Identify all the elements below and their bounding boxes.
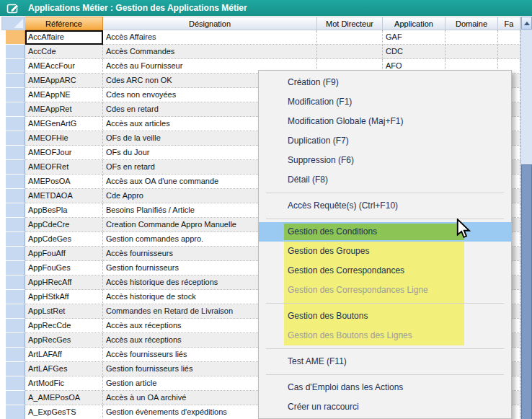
column-header-application[interactable]: Application	[383, 17, 445, 30]
cell-domaine[interactable]	[445, 45, 498, 59]
menu-item: Gestion des Correspondances Ligne	[259, 281, 511, 300]
menu-separator	[259, 190, 511, 196]
cell-reference[interactable]: AMEOFRet	[25, 160, 103, 175]
cell-reference[interactable]: AccCde	[25, 45, 103, 59]
cell-reference[interactable]: AMEOFJour	[25, 146, 103, 160]
cell-reference[interactable]: AppHRecAff	[25, 275, 103, 290]
cell-reference[interactable]: AMEOFHie	[25, 131, 103, 146]
menu-item[interactable]: Accès Requête(s) (Ctrl+F10)	[259, 196, 511, 216]
column-header-designation[interactable]: Désignation	[103, 17, 317, 30]
cell-reference[interactable]: AMEAccFour	[25, 59, 103, 74]
row-selector[interactable]	[6, 275, 25, 290]
window-titlebar: Applications Métier : Gestion des Applic…	[0, 0, 532, 16]
row-selector[interactable]	[6, 59, 25, 74]
menu-item[interactable]: Cas d'Emploi dans les Actions	[259, 378, 511, 397]
menu-separator	[259, 345, 511, 352]
menu-item[interactable]: Suppression (F6)	[259, 151, 511, 170]
cell-fa[interactable]	[498, 45, 520, 59]
row-selector[interactable]	[6, 146, 25, 160]
cell-reference[interactable]: AMEAppARC	[25, 74, 103, 88]
row-selector[interactable]	[6, 45, 25, 59]
row-selector[interactable]	[6, 362, 25, 376]
cell-reference[interactable]: AppFouGes	[25, 261, 103, 275]
row-selector[interactable]	[6, 333, 25, 348]
row-selector[interactable]	[6, 189, 25, 203]
cell-reference[interactable]: AppLstRet	[25, 304, 103, 319]
cell-reference[interactable]: AMEPosOA	[25, 175, 103, 189]
cell-reference[interactable]: A_ExpGesTS	[25, 405, 103, 419]
menu-item[interactable]: Modification (F1)	[259, 92, 511, 112]
row-selector[interactable]	[6, 376, 25, 391]
mouse-cursor-icon	[454, 219, 474, 243]
row-selector[interactable]	[6, 131, 25, 146]
menu-item[interactable]: Modification Globale (Maj+F1)	[259, 112, 511, 131]
menu-item: Gestion des Boutons des Lignes	[259, 326, 511, 345]
cell-reference[interactable]: ArtLAFAff	[25, 348, 103, 362]
menu-item[interactable]: Gestion des Boutons	[259, 306, 511, 326]
select-all-corner[interactable]	[1, 17, 25, 30]
cell-reference[interactable]: AMETDAOA	[25, 189, 103, 203]
menu-item[interactable]: Duplication (F7)	[259, 131, 511, 151]
menu-item[interactable]: Détail (F8)	[259, 170, 511, 190]
table-header-row: RéférenceDésignationMot DirecteurApplica…	[1, 17, 520, 30]
row-selector[interactable]	[6, 160, 25, 175]
menu-item[interactable]: Gestion des Groupes	[259, 242, 511, 261]
row-selector[interactable]	[6, 88, 25, 102]
row-selector[interactable]	[6, 290, 25, 304]
menu-item[interactable]: Créer un raccourci	[259, 397, 511, 417]
column-header-domaine[interactable]: Domaine	[445, 17, 498, 30]
cell-application[interactable]: CDC	[383, 45, 445, 59]
row-selector[interactable]	[6, 203, 25, 218]
cell-reference[interactable]: AMEAppNE	[25, 88, 103, 102]
cell-mot_directeur[interactable]	[317, 45, 383, 59]
row-selector[interactable]	[6, 348, 25, 362]
row-selector[interactable]	[6, 74, 25, 88]
cell-reference[interactable]: A_AMEPosOA	[25, 391, 103, 405]
row-selector[interactable]	[6, 247, 25, 261]
menu-item[interactable]: Test AME (F11)	[259, 352, 511, 371]
cell-designation[interactable]: Accès Commandes	[103, 45, 317, 59]
menu-item[interactable]: Création (F9)	[259, 73, 511, 92]
cell-reference[interactable]: AppRecGes	[25, 333, 103, 348]
cell-domaine[interactable]	[445, 30, 498, 45]
menu-item[interactable]: Gestion des Correspondances	[259, 261, 511, 281]
row-selector[interactable]	[6, 261, 25, 275]
row-selector[interactable]	[6, 391, 25, 405]
cell-reference[interactable]: AccAffaire	[25, 30, 103, 45]
column-header-mot_directeur[interactable]: Mot Directeur	[317, 17, 383, 30]
row-selector[interactable]	[6, 304, 25, 319]
cell-designation[interactable]: Accès Affaires	[103, 30, 317, 45]
edit-pencil-icon	[6, 3, 20, 14]
triangle-up-icon	[524, 22, 530, 25]
scrollbar-thumb[interactable]	[521, 164, 532, 419]
window-title: Applications Métier : Gestion des Applic…	[28, 3, 247, 13]
cell-reference[interactable]: AppRecCde	[25, 319, 103, 333]
cell-reference[interactable]: ArtLAFGes	[25, 362, 103, 376]
row-selector[interactable]	[6, 175, 25, 189]
vertical-scrollbar[interactable]	[520, 17, 532, 419]
cell-fa[interactable]	[498, 30, 520, 45]
row-selector[interactable]	[6, 102, 25, 117]
cell-application[interactable]: GAF	[383, 30, 445, 45]
context-menu: Création (F9)Modification (F1)Modificati…	[258, 70, 512, 419]
cell-reference[interactable]: AppFouAff	[25, 247, 103, 261]
cell-reference[interactable]: AppBesPla	[25, 203, 103, 218]
row-selector[interactable]	[6, 405, 25, 419]
cell-mot_directeur[interactable]	[317, 30, 383, 45]
cell-reference[interactable]: AMEGenArtG	[25, 117, 103, 131]
column-header-fa[interactable]: Fa	[498, 17, 520, 30]
table-row[interactable]: AccAffaireAccès AffairesGAF	[0, 30, 520, 45]
row-selector[interactable]	[6, 232, 25, 247]
table-row[interactable]: AccCdeAccès CommandesCDC	[0, 45, 520, 59]
row-selector[interactable]	[6, 117, 25, 131]
cell-reference[interactable]: AppCdeGes	[25, 232, 103, 247]
row-selector[interactable]	[6, 218, 25, 232]
cell-reference[interactable]: AppHStkAff	[25, 290, 103, 304]
row-selector[interactable]	[6, 30, 25, 45]
cell-reference[interactable]: AMEAppRet	[25, 102, 103, 117]
row-selector[interactable]	[6, 319, 25, 333]
cell-reference[interactable]: ArtModFic	[25, 376, 103, 391]
cell-reference[interactable]: AppCdeCre	[25, 218, 103, 232]
scroll-up-button[interactable]	[521, 17, 532, 30]
column-header-reference[interactable]: Référence	[25, 17, 103, 30]
